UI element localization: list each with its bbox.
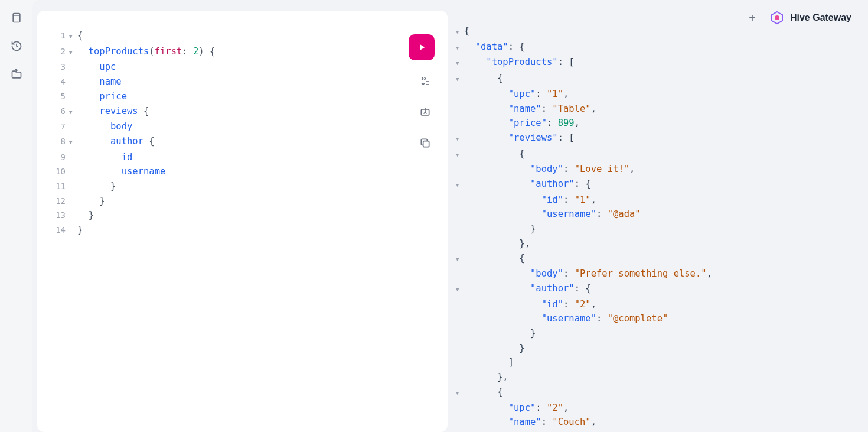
response-line: ▼{ [456, 24, 863, 40]
prettify-icon[interactable] [419, 76, 431, 87]
response-line: ▼ { [456, 251, 863, 267]
response-line: ▼ { [456, 71, 863, 87]
response-line: ▼ "author": { [456, 281, 863, 297]
editor-line[interactable]: 10 username [49, 164, 436, 179]
svg-rect-0 [13, 14, 20, 22]
hive-logo-icon [770, 11, 784, 25]
editor-line[interactable]: 1▼{ [49, 28, 436, 44]
top-right-bar: + Hive Gateway [749, 11, 851, 25]
editor-line[interactable]: 3 upc [49, 60, 436, 74]
response-line: "id": "1", [456, 193, 863, 207]
response-line: "body": "Love it!", [456, 162, 863, 177]
run-button[interactable] [409, 34, 435, 60]
editor-line[interactable]: 9 id [49, 150, 436, 165]
history-icon[interactable] [11, 40, 22, 52]
response-line: ▼ { [456, 147, 863, 163]
response-line: "body": "Prefer something else.", [456, 267, 863, 281]
folder-icon[interactable] [11, 69, 22, 80]
editor-line[interactable]: 13 } [49, 208, 436, 223]
response-line: ▼ "reviews": [ [456, 131, 863, 147]
response-line: "upc": "1", [456, 87, 863, 102]
svg-rect-5 [423, 141, 429, 147]
response-viewer[interactable]: ▼{▼ "data": {▼ "topProducts": [▼ { "upc"… [456, 24, 863, 430]
response-line: }, [456, 370, 863, 385]
response-line: ] [456, 355, 863, 370]
svg-point-7 [775, 15, 779, 20]
editor-line[interactable]: 8▼ author { [49, 134, 436, 150]
response-line: "username": "@complete" [456, 311, 863, 326]
response-line: "upc": "2", [456, 401, 863, 415]
editor-line[interactable]: 12 } [49, 194, 436, 209]
response-line: "name": "Table", [456, 102, 863, 116]
merge-icon[interactable] [419, 106, 431, 118]
editor-tools [419, 76, 431, 149]
brand-label: Hive Gateway [790, 12, 851, 23]
response-line: "price": 899, [456, 116, 863, 131]
editor-line[interactable]: 4 name [49, 74, 436, 89]
response-line: "id": "2", [456, 297, 863, 312]
add-tab-button[interactable]: + [749, 11, 756, 25]
response-line: ▼ "data": { [456, 40, 863, 56]
query-editor-panel: 1▼{2▼ topProducts(first: 2) {3 upc4 name… [37, 11, 448, 432]
response-line: ▼ "topProducts": [ [456, 55, 863, 71]
response-line: } [456, 222, 863, 236]
editor-line[interactable]: 2▼ topProducts(first: 2) { [49, 44, 436, 60]
left-rail [0, 0, 32, 432]
editor-line[interactable]: 7 body [49, 119, 436, 134]
response-line: }, [456, 236, 863, 251]
response-line: } [456, 326, 863, 341]
copy-icon[interactable] [419, 137, 431, 149]
editor-line[interactable]: 6▼ reviews { [49, 104, 436, 120]
response-line: "username": "@ada" [456, 207, 863, 222]
response-line: "name": "Couch", [456, 415, 863, 430]
editor-line[interactable]: 11 } [49, 179, 436, 194]
brand: Hive Gateway [770, 11, 851, 25]
docs-icon[interactable] [11, 12, 22, 24]
main-container: 1▼{2▼ topProducts(first: 2) {3 upc4 name… [32, 0, 868, 432]
query-editor[interactable]: 1▼{2▼ topProducts(first: 2) {3 upc4 name… [49, 28, 436, 238]
response-line: ▼ { [456, 385, 863, 401]
response-panel: + Hive Gateway ▼{▼ "data": {▼ "topProduc… [452, 11, 863, 432]
response-line: ▼ "author": { [456, 177, 863, 193]
response-line: } [456, 341, 863, 356]
editor-line[interactable]: 14} [49, 223, 436, 238]
editor-line[interactable]: 5 price [49, 89, 436, 104]
